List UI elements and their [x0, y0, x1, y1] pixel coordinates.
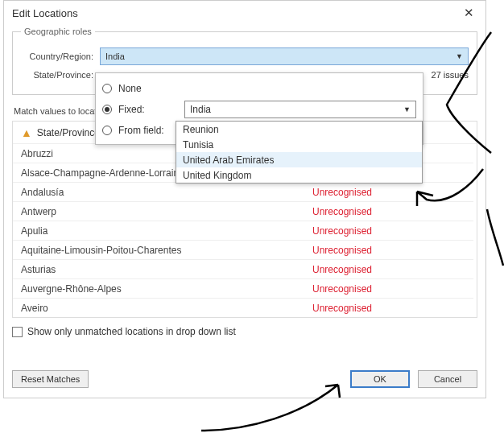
- radio-none[interactable]: [102, 84, 112, 93]
- warning-icon: ▲: [21, 126, 32, 139]
- location-suggestions-list[interactable]: ReunionTunisiaUnited Arab EmiratesUnited…: [176, 121, 423, 184]
- option-none-row[interactable]: None: [102, 78, 416, 99]
- country-row: Country/Region: India ▼: [21, 47, 469, 65]
- fixed-value-combo[interactable]: India ▼: [184, 101, 416, 118]
- option-fixed-label: Fixed:: [118, 104, 178, 115]
- titlebar: Edit Locations ✕: [4, 1, 485, 25]
- table-row[interactable]: AndalusíaUnrecognised: [13, 183, 473, 202]
- reset-matches-button[interactable]: Reset Matches: [12, 370, 89, 388]
- option-fromfield-label: From field:: [118, 125, 178, 136]
- dialog-title: Edit Locations: [12, 7, 78, 19]
- list-item[interactable]: Reunion: [176, 122, 422, 137]
- ok-button[interactable]: OK: [350, 370, 410, 388]
- table-row[interactable]: AveiroUnrecognised: [13, 299, 473, 317]
- table-row[interactable]: AntwerpUnrecognised: [13, 202, 473, 221]
- dialog-buttons: Reset Matches OK Cancel: [4, 359, 485, 398]
- location-name: Antwerp: [21, 206, 312, 217]
- country-combo[interactable]: India ▼: [100, 47, 469, 65]
- issues-count: 27 issues: [432, 70, 469, 80]
- cancel-button[interactable]: Cancel: [418, 370, 477, 388]
- table-row[interactable]: Auvergne-Rhône-AlpesUnrecognised: [13, 279, 473, 299]
- location-status: Unrecognised: [312, 187, 465, 198]
- list-item[interactable]: United Kingdom: [176, 167, 422, 183]
- location-status: Unrecognised: [312, 225, 465, 237]
- table-row[interactable]: AsturiasUnrecognised: [13, 260, 473, 279]
- location-name: Andalusía: [21, 187, 312, 198]
- location-name: Auvergne-Rhône-Alpes: [21, 283, 312, 295]
- chevron-down-icon: ▼: [403, 105, 411, 113]
- show-unmatched-checkbox[interactable]: [12, 327, 23, 337]
- table-row[interactable]: Aquitaine-Limousin-Poitou-CharentesUnrec…: [13, 241, 473, 260]
- radio-fixed[interactable]: [102, 105, 112, 114]
- location-status: Unrecognised: [312, 245, 465, 256]
- location-status: Unrecognised: [312, 264, 465, 275]
- radio-fromfield[interactable]: [102, 126, 112, 135]
- option-fixed-row[interactable]: Fixed: India ▼: [102, 99, 416, 120]
- chevron-down-icon: ▼: [456, 52, 463, 60]
- country-value: India: [105, 52, 125, 61]
- fixed-value-text: India: [190, 104, 211, 115]
- show-unmatched-label: Show only unmatched locations in drop do…: [27, 326, 236, 337]
- table-row[interactable]: ApuliaUnrecognised: [13, 221, 473, 241]
- location-status: Unrecognised: [312, 283, 465, 295]
- list-item[interactable]: Tunisia: [176, 137, 422, 152]
- country-label: Country/Region:: [21, 52, 93, 61]
- location-status: Unrecognised: [312, 303, 465, 314]
- close-icon[interactable]: ✕: [459, 6, 479, 20]
- option-none-label: None: [118, 83, 178, 94]
- edit-locations-dialog: Edit Locations ✕ Geographic roles Countr…: [3, 0, 486, 398]
- location-name: Aveiro: [21, 303, 312, 314]
- location-status: Unrecognised: [312, 206, 465, 217]
- list-item[interactable]: United Arab Emirates: [176, 152, 422, 167]
- grid-header-label: State/Province: [37, 127, 100, 138]
- location-name: Aquitaine-Limousin-Poitou-Charentes: [21, 245, 312, 256]
- location-name: Asturias: [21, 264, 312, 275]
- show-unmatched-row[interactable]: Show only unmatched locations in drop do…: [12, 326, 477, 337]
- location-name: Apulia: [21, 225, 312, 237]
- state-label: State/Province:: [21, 70, 93, 80]
- roles-legend: Geographic roles: [21, 27, 95, 36]
